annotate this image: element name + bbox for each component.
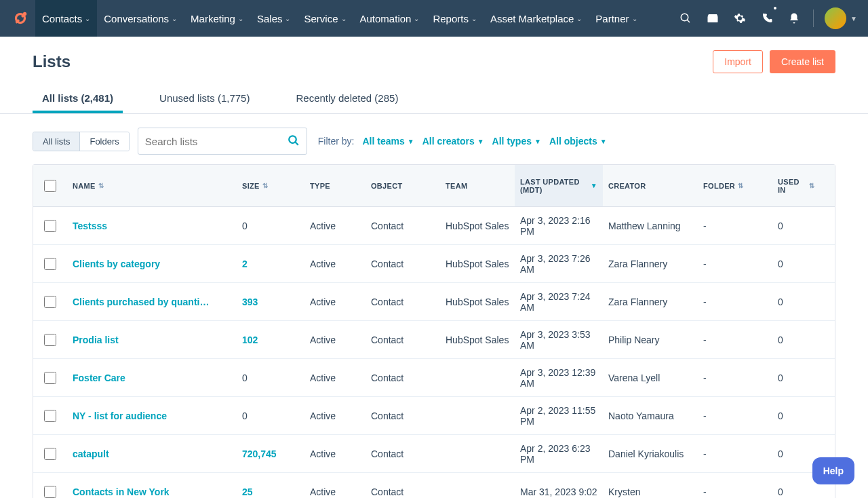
tab[interactable]: All lists (2,481) [33,84,123,113]
row-checkbox[interactable] [44,334,56,346]
search-input[interactable] [145,128,288,154]
tabs: All lists (2,481)Unused lists (1,775)Rec… [0,84,868,114]
nav-service[interactable]: Service⌄ [297,0,353,37]
filter-types[interactable]: All types▼ [492,136,541,147]
list-size[interactable]: 2 [237,258,304,269]
col-updated[interactable]: LAST UPDATED (MDT)▼ [515,165,603,206]
list-object: Contact [366,221,440,231]
nav-label: Reports [433,13,469,24]
view-all-lists[interactable]: All lists [33,132,79,151]
list-type: Active [304,486,366,497]
col-name[interactable]: NAME⇅ [67,165,237,206]
list-folder: - [698,221,772,231]
row-checkbox[interactable] [44,486,56,498]
hubspot-logo-icon[interactable] [11,9,30,28]
chevron-down-icon: ▼ [408,138,414,145]
list-type: Active [304,296,366,307]
nav-contacts[interactable]: Contacts⌄ [35,0,97,37]
row-checkbox[interactable] [44,220,56,232]
table-row: catapult 720,745 Active Contact Apr 2, 2… [33,435,835,473]
page-title: Lists [33,52,713,71]
select-all-checkbox[interactable] [44,180,56,192]
filter-teams[interactable]: All teams▼ [363,136,414,147]
list-name-link[interactable]: Clients purchased by quanti… [67,296,237,307]
list-name-link[interactable]: Testsss [67,221,237,231]
nav-label: Contacts [42,13,82,24]
col-folder[interactable]: FOLDER⇅ [698,165,772,206]
list-size[interactable]: 102 [237,334,304,345]
list-folder: - [698,372,772,383]
list-name-link[interactable]: NY - list for audience [67,410,237,421]
tab[interactable]: Recently deleted (285) [286,84,408,113]
nav-partner[interactable]: Partner⌄ [589,0,644,37]
list-size: 0 [237,410,304,421]
table-row: Clients by category 2 Active Contact Hub… [33,245,835,283]
chevron-down-icon: ⌄ [85,15,90,22]
list-updated: Apr 3, 2023 12:39 AM [515,367,603,389]
account-chevron-icon[interactable]: ▼ [850,15,857,22]
row-checkbox[interactable] [44,448,56,460]
sort-icon: ⇅ [262,182,268,189]
list-creator: Philip Neary [603,334,698,345]
nav-asset-marketplace[interactable]: Asset Marketplace⌄ [484,0,589,37]
list-used-in: 0 [772,296,820,307]
phone-icon[interactable] [753,0,781,37]
nav-reports[interactable]: Reports⌄ [426,0,484,37]
list-type: Active [304,448,366,459]
list-size[interactable]: 25 [237,486,304,497]
filter-creators[interactable]: All creators▼ [422,136,484,147]
chevron-down-icon: ⌄ [341,15,347,22]
search-container [138,128,307,155]
list-type: Active [304,334,366,345]
row-checkbox[interactable] [44,372,56,384]
view-folders[interactable]: Folders [79,132,128,151]
list-used-in: 0 [772,486,820,497]
tab[interactable]: Unused lists (1,775) [150,84,259,113]
settings-gear-icon[interactable] [726,0,753,37]
search-submit-icon[interactable] [288,134,300,149]
nav-conversations[interactable]: Conversations⌄ [97,0,184,37]
filter-objects[interactable]: All objects▼ [549,136,607,147]
nav-label: Asset Marketplace [490,13,574,24]
list-team: HubSpot Sales [440,296,515,307]
chevron-down-icon: ▼ [534,138,541,145]
list-object: Contact [366,410,440,421]
notifications-bell-icon[interactable] [781,0,808,37]
row-checkbox[interactable] [44,296,56,308]
chevron-down-icon: ▼ [600,138,607,145]
list-updated: Apr 2, 2023 11:55 PM [515,405,603,427]
list-name-link[interactable]: Foster Care [67,372,237,383]
svg-rect-6 [708,16,718,22]
nav-label: Service [304,13,338,24]
list-name-link[interactable]: catapult [67,448,237,459]
nav-marketing[interactable]: Marketing⌄ [184,0,250,37]
search-icon[interactable] [672,0,699,37]
row-checkbox[interactable] [44,410,56,422]
list-name-link[interactable]: Contacts in New York [67,486,237,497]
nav-automation[interactable]: Automation⌄ [353,0,427,37]
list-name-link[interactable]: Prodia list [67,334,237,345]
sort-icon: ⇅ [98,182,104,189]
row-checkbox[interactable] [44,258,56,270]
list-name-link[interactable]: Clients by category [67,258,237,269]
table-row: Testsss 0 Active Contact HubSpot Sales A… [33,207,835,245]
create-list-button[interactable]: Create list [770,50,835,73]
col-used[interactable]: USED IN⇅ [772,165,820,206]
nav-label: Conversations [104,13,169,24]
list-type: Active [304,258,366,269]
marketplace-icon[interactable] [699,0,726,37]
nav-sales[interactable]: Sales⌄ [250,0,298,37]
list-size[interactable]: 720,745 [237,448,304,459]
nav-items: Contacts⌄Conversations⌄Marketing⌄Sales⌄S… [35,0,644,37]
list-object: Contact [366,372,440,383]
help-button[interactable]: Help [812,457,854,484]
user-avatar[interactable] [825,7,846,29]
list-folder: - [698,448,772,459]
list-creator: Matthew Lanning [603,221,698,231]
sort-icon: ⇅ [809,182,814,189]
col-size[interactable]: SIZE⇅ [237,165,304,206]
list-updated: Apr 3, 2023 7:26 AM [515,253,603,275]
import-button[interactable]: Import [713,50,763,73]
list-size[interactable]: 393 [237,296,304,307]
col-type: TYPE [304,165,366,206]
